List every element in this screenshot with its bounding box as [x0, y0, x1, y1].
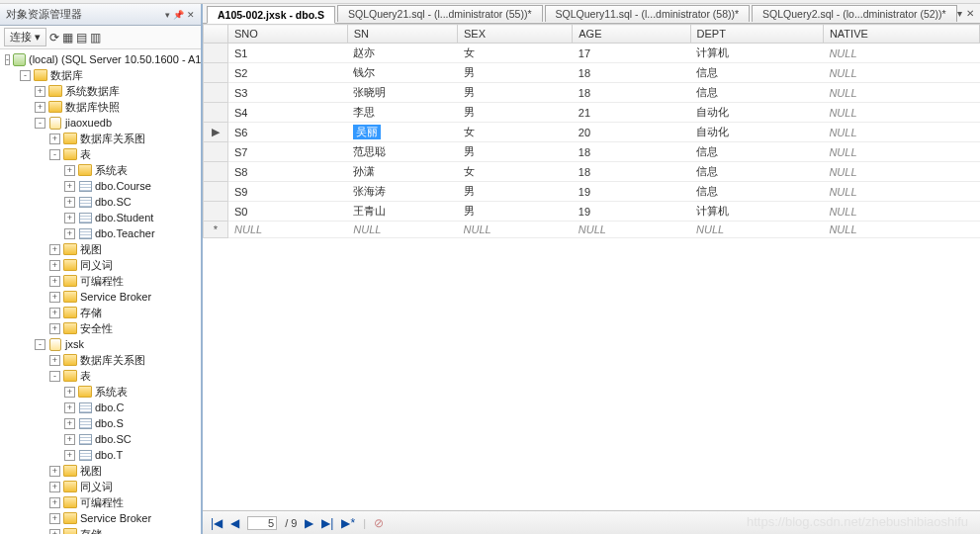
tree-node[interactable]: +dbo.Teacher	[2, 225, 201, 241]
column-header[interactable]: SNO	[228, 25, 348, 44]
tree-node[interactable]: +可编程性	[2, 273, 201, 289]
cell[interactable]: 女	[458, 162, 573, 182]
cell[interactable]: S7	[228, 142, 348, 162]
tree-node[interactable]: +数据库关系图	[2, 352, 201, 368]
tree-node[interactable]: -jiaoxuedb	[2, 115, 201, 131]
cell[interactable]: NULL	[347, 222, 457, 238]
collapse-icon[interactable]: -	[20, 70, 31, 81]
expand-icon[interactable]: +	[49, 323, 60, 334]
tree-node[interactable]: -表	[2, 146, 201, 162]
tree-node[interactable]: +可编程性	[2, 494, 201, 510]
expand-icon[interactable]: +	[49, 466, 60, 477]
table-row[interactable]: S4李思男21自动化NULL	[204, 103, 980, 123]
cell[interactable]: 18	[573, 162, 690, 182]
table-row[interactable]: S7范思聪男18信息NULL	[204, 142, 980, 162]
cell[interactable]: 张海涛	[347, 182, 457, 202]
cell[interactable]: 19	[573, 202, 690, 222]
cell[interactable]: NULL	[823, 142, 979, 162]
cell[interactable]: 计算机	[690, 44, 823, 63]
expand-icon[interactable]: +	[49, 513, 60, 524]
expand-icon[interactable]: +	[35, 102, 45, 113]
expand-icon[interactable]: +	[64, 228, 75, 239]
cell[interactable]: 信息	[690, 162, 823, 182]
current-record-input[interactable]: 5	[247, 516, 277, 530]
row-marker[interactable]	[204, 44, 228, 63]
last-record-icon[interactable]: ▶|	[321, 516, 333, 530]
column-header[interactable]: DEPT	[690, 25, 823, 44]
tree-node[interactable]: +dbo.S	[2, 415, 201, 431]
more-icon[interactable]: ▥	[90, 31, 101, 45]
panel-pin-icon[interactable]: 📌	[173, 10, 184, 20]
table-row[interactable]: S3张晓明男18信息NULL	[204, 83, 980, 103]
expand-icon[interactable]: +	[49, 244, 60, 255]
tree-node[interactable]: +系统数据库	[2, 83, 201, 99]
tree-node[interactable]: +系统表	[2, 162, 201, 178]
cell[interactable]: NULL	[823, 202, 979, 222]
cell[interactable]: 女	[458, 44, 573, 63]
cell[interactable]: 李思	[347, 103, 457, 123]
table-row[interactable]: *NULLNULLNULLNULLNULLNULL	[204, 222, 980, 238]
filter-icon[interactable]: ▦	[62, 31, 73, 45]
expand-icon[interactable]: +	[64, 387, 75, 398]
expand-icon[interactable]: +	[49, 308, 60, 318]
cell[interactable]: 吴丽	[347, 123, 457, 142]
row-marker[interactable]	[204, 142, 228, 162]
cell[interactable]: NULL	[823, 44, 979, 63]
tree-node[interactable]: +Service Broker	[2, 289, 201, 305]
tree-node[interactable]: +Service Broker	[2, 510, 201, 526]
cell[interactable]: 男	[458, 83, 573, 103]
cell[interactable]: NULL	[690, 222, 823, 238]
cell[interactable]: S3	[228, 83, 348, 103]
collapse-icon[interactable]: -	[49, 149, 60, 160]
new-row-marker[interactable]: *	[204, 222, 228, 238]
expand-icon[interactable]: +	[64, 165, 75, 176]
column-header[interactable]: SEX	[458, 25, 573, 44]
expand-icon[interactable]: +	[49, 276, 60, 287]
tree-node[interactable]: +视图	[2, 463, 201, 479]
expand-icon[interactable]: +	[49, 482, 60, 492]
tree-node[interactable]: +dbo.C	[2, 400, 201, 415]
cell[interactable]: S1	[228, 44, 348, 63]
row-marker[interactable]	[204, 162, 228, 182]
collapse-icon[interactable]: -	[35, 339, 45, 350]
cell[interactable]: NULL	[573, 222, 690, 238]
collapse-icon[interactable]: -	[49, 371, 60, 382]
cell[interactable]: NULL	[823, 182, 979, 202]
row-marker[interactable]	[204, 103, 228, 123]
cell[interactable]: 孙潇	[347, 162, 457, 182]
cell[interactable]: 范思聪	[347, 142, 457, 162]
tree-node[interactable]: +视图	[2, 241, 201, 257]
tree-node[interactable]: +dbo.Course	[2, 178, 201, 194]
table-row[interactable]: S1赵亦女17计算机NULL	[204, 44, 980, 63]
cell[interactable]: 男	[458, 202, 573, 222]
tree-node[interactable]: +同义词	[2, 257, 201, 273]
cell[interactable]: 19	[573, 182, 690, 202]
cell[interactable]: NULL	[458, 222, 573, 238]
cell[interactable]: 赵亦	[347, 44, 457, 63]
data-grid[interactable]: SNOSNSEXAGEDEPTNATIVE S1赵亦女17计算机NULLS2钱尔…	[203, 24, 980, 238]
cell[interactable]: NULL	[823, 103, 979, 123]
cell[interactable]: 男	[458, 103, 573, 123]
expand-icon[interactable]: +	[35, 86, 45, 97]
tab-close-icon[interactable]: ✕	[966, 8, 974, 19]
cell[interactable]: 20	[573, 123, 690, 142]
cell[interactable]: 男	[458, 142, 573, 162]
cell[interactable]: 计算机	[690, 202, 823, 222]
editor-tab[interactable]: SQLQuery2.sql - (lo...dministrator (52))…	[752, 5, 957, 22]
object-tree[interactable]: -(local) (SQL Server 10.50.1600 - A105-0…	[0, 49, 201, 534]
tree-node[interactable]: +数据库快照	[2, 99, 201, 115]
editor-tab[interactable]: SQLQuery11.sql - (l...dministrator (58))…	[545, 5, 751, 22]
tree-node[interactable]: +存储	[2, 305, 201, 320]
expand-icon[interactable]: +	[64, 197, 75, 208]
expand-icon[interactable]: +	[64, 181, 75, 192]
cell[interactable]: 自动化	[690, 123, 823, 142]
prev-record-icon[interactable]: ◀	[230, 516, 239, 530]
tree-node[interactable]: +dbo.SC	[2, 431, 201, 447]
tree-node[interactable]: +dbo.T	[2, 447, 201, 463]
expand-icon[interactable]: +	[64, 434, 75, 445]
tree-node[interactable]: -jxsk	[2, 336, 201, 352]
expand-icon[interactable]: +	[49, 260, 60, 271]
expand-icon[interactable]: +	[64, 213, 75, 223]
new-record-icon[interactable]: ▶*	[341, 516, 355, 530]
table-row[interactable]: S9张海涛男19信息NULL	[204, 182, 980, 202]
